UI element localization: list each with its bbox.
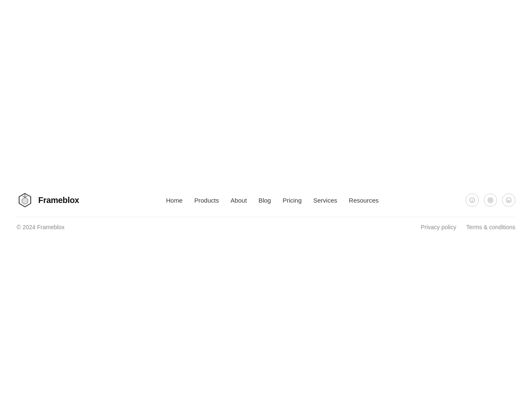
nav-home[interactable]: Home <box>166 197 182 204</box>
footer: Frameblox Home Products About Blog Prici… <box>0 183 532 237</box>
nav-products[interactable]: Products <box>194 197 219 204</box>
nav-services[interactable]: Services <box>313 197 337 204</box>
instagram-icon[interactable] <box>484 193 497 207</box>
linkedin-icon[interactable]: in <box>502 193 515 207</box>
svg-point-2 <box>488 198 493 203</box>
nav-resources[interactable]: Resources <box>349 197 379 204</box>
copyright: © 2024 Frameblox <box>17 224 64 230</box>
nav-about[interactable]: About <box>231 197 247 204</box>
svg-point-5 <box>491 199 492 199</box>
nav-pricing[interactable]: Pricing <box>283 197 302 204</box>
nav-links: Home Products About Blog Pricing Service… <box>166 197 379 204</box>
svg-text:f: f <box>472 198 473 203</box>
hexagon-icon <box>17 192 33 208</box>
logo-text: Frameblox <box>38 196 79 205</box>
terms-conditions-link[interactable]: Terms & conditions <box>466 224 515 230</box>
footer-bottom: © 2024 Frameblox Privacy policy Terms & … <box>17 217 515 237</box>
svg-point-4 <box>490 200 491 201</box>
svg-text:in: in <box>507 199 510 202</box>
facebook-icon[interactable]: f <box>466 193 479 207</box>
nav-blog[interactable]: Blog <box>259 197 271 204</box>
footer-main: Frameblox Home Products About Blog Prici… <box>17 183 515 217</box>
privacy-policy-link[interactable]: Privacy policy <box>421 224 456 230</box>
legal-links: Privacy policy Terms & conditions <box>421 224 515 230</box>
logo-area: Frameblox <box>17 192 79 208</box>
social-icons: f in <box>466 193 515 207</box>
